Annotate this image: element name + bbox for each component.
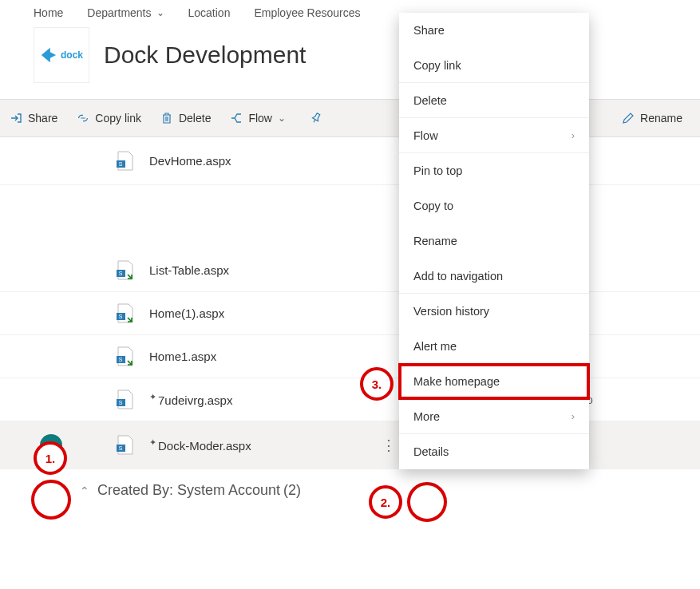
chevron-up-icon: ⌃ (80, 484, 89, 497)
chevron-down-icon: ⌄ (278, 113, 286, 124)
list-item[interactable]: S Home(1).aspx May 31 (0, 292, 700, 335)
aspx-file-icon: S (116, 347, 135, 366)
more-actions-button[interactable]: ⋮ (381, 437, 397, 454)
annotation-2: 2. (369, 485, 402, 519)
chevron-down-icon: ⌄ (156, 7, 164, 18)
file-name: ✦7udeivrg.aspx (149, 392, 381, 407)
pin-button[interactable] (310, 112, 322, 125)
list-item[interactable]: S Home1.aspx June 15 (0, 335, 700, 378)
svg-text:S: S (119, 400, 123, 405)
menu-delete[interactable]: Delete (399, 83, 589, 118)
group-header[interactable]: ⌃ Created By: System Account (2) (0, 469, 700, 507)
context-menu: Share Copy link Delete Flow› Pin to top … (399, 13, 589, 469)
site-title: Dock Development (104, 42, 306, 69)
nav-departments[interactable]: Departments⌄ (87, 6, 164, 19)
file-name: ✦Dock-Moder.aspx (149, 437, 381, 453)
nav-home[interactable]: Home (34, 6, 63, 19)
new-indicator-icon: ✦ (149, 437, 156, 447)
menu-details[interactable]: Details (399, 434, 589, 469)
delete-button[interactable]: Delete (160, 112, 211, 125)
logo-text: dock (61, 49, 83, 61)
group-count: (2) (283, 482, 301, 499)
annotation-1: 1. (34, 441, 67, 475)
pin-icon (310, 112, 322, 125)
menu-more[interactable]: More› (399, 399, 589, 434)
file-name: Home(1).aspx (149, 306, 381, 320)
group-label: Created By: System Account (97, 482, 280, 499)
flow-icon (230, 112, 243, 125)
copy-link-button[interactable]: Copy link (77, 112, 141, 125)
link-icon (77, 112, 89, 125)
share-icon (10, 112, 22, 125)
svg-text:S: S (119, 357, 123, 362)
menu-share[interactable]: Share (399, 13, 589, 48)
annotation-ring-2 (407, 482, 447, 522)
nav-location[interactable]: Location (188, 6, 231, 19)
annotation-3: 3. (360, 367, 394, 401)
nav-employee-resources[interactable]: Employee Resources (254, 6, 360, 19)
pencil-icon (622, 112, 635, 125)
annotation-ring-1 (31, 480, 71, 520)
menu-add-to-navigation[interactable]: Add to navigation (399, 259, 589, 294)
chevron-right-icon: › (571, 410, 575, 422)
list-item[interactable]: S ✦Dock-Moder.aspx ⋮ Joe Joseph 3 minute… (0, 421, 700, 469)
aspx-file-icon: S (116, 304, 135, 323)
menu-rename[interactable]: Rename (399, 223, 589, 259)
svg-text:S: S (119, 161, 123, 167)
site-logo[interactable]: dock (34, 27, 89, 83)
file-list: S DevHome.aspx May 16 S List-Table.aspx … (0, 137, 700, 469)
menu-copy-link[interactable]: Copy link (399, 48, 589, 83)
aspx-file-icon: S (116, 436, 135, 455)
flow-button[interactable]: Flow ⌄ (230, 112, 286, 125)
menu-alert-me[interactable]: Alert me (399, 329, 589, 364)
dock-logo-icon (40, 46, 57, 64)
file-name: Home1.aspx (149, 350, 381, 363)
svg-text:S: S (119, 445, 123, 451)
menu-pin-to-top[interactable]: Pin to top (399, 153, 589, 188)
aspx-file-icon: S (116, 261, 135, 280)
rename-button[interactable]: Rename (622, 112, 682, 125)
aspx-file-icon: S (116, 390, 135, 409)
command-bar: Share Copy link Delete Flow ⌄ Rename (0, 99, 700, 137)
aspx-file-icon: S (116, 152, 135, 171)
share-button[interactable]: Share (10, 112, 57, 125)
list-item[interactable]: S List-Table.aspx May 30 (0, 249, 700, 292)
file-name: List-Table.aspx (149, 263, 381, 277)
svg-text:S: S (119, 314, 123, 319)
list-item[interactable]: S DevHome.aspx May 16 (0, 137, 700, 185)
trash-icon (160, 112, 173, 125)
svg-text:S: S (119, 271, 123, 276)
new-indicator-icon: ✦ (149, 392, 156, 401)
menu-copy-to[interactable]: Copy to (399, 188, 589, 223)
list-item[interactable]: S ✦7udeivrg.aspx 22 minutes ago (0, 378, 700, 421)
chevron-right-icon: › (571, 129, 575, 141)
file-name: DevHome.aspx (149, 154, 381, 168)
menu-flow[interactable]: Flow› (399, 118, 589, 153)
menu-make-homepage[interactable]: Make homepage (399, 364, 589, 399)
menu-version-history[interactable]: Version history (399, 294, 589, 329)
